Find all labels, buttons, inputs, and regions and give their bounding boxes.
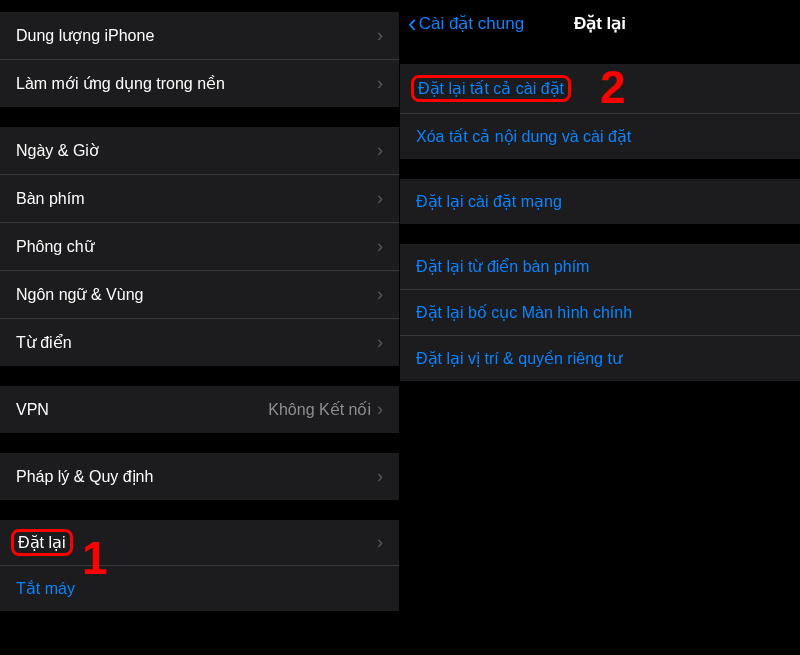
nav-header: ‹ Cài đặt chung Đặt lại (400, 0, 800, 50)
chevron-right-icon: › (377, 399, 383, 420)
row-right: Không Kết nối › (268, 399, 383, 420)
annotation-marker-1: 1 (82, 531, 108, 585)
settings-group-datetime: Ngày & Giờ › Bàn phím › Phông chữ › Ngôn… (0, 127, 399, 366)
row-erase-all-content[interactable]: Xóa tất cả nội dung và cài đặt (400, 114, 800, 159)
settings-group-storage: Dung lượng iPhone › Làm mới ứng dụng tro… (0, 12, 399, 107)
row-vpn[interactable]: VPN Không Kết nối › (0, 386, 399, 433)
row-label: Phông chữ (16, 237, 94, 256)
back-button[interactable]: ‹ Cài đặt chung (408, 10, 524, 36)
chevron-right-icon: › (377, 332, 383, 353)
row-reset-network[interactable]: Đặt lại cài đặt mạng (400, 179, 800, 224)
row-label: Dung lượng iPhone (16, 26, 154, 45)
row-reset-home-screen[interactable]: Đặt lại bố cục Màn hình chính (400, 290, 800, 336)
chevron-right-icon: › (377, 466, 383, 487)
chevron-right-icon: › (377, 236, 383, 257)
row-iphone-storage[interactable]: Dung lượng iPhone › (0, 12, 399, 60)
row-label: Tắt máy (16, 579, 75, 598)
chevron-right-icon: › (377, 532, 383, 553)
row-label: VPN (16, 401, 49, 419)
row-dictionary[interactable]: Từ điển › (0, 319, 399, 366)
row-label: Đặt lại tất cả cài đặt (411, 75, 571, 102)
row-label: Ngày & Giờ (16, 141, 99, 160)
settings-group-reset: Đặt lại › Tắt máy (0, 520, 399, 611)
row-label: Đặt lại vị trí & quyền riêng tư (416, 349, 622, 368)
chevron-right-icon: › (377, 140, 383, 161)
row-label: Pháp lý & Quy định (16, 467, 153, 486)
chevron-right-icon: › (377, 188, 383, 209)
row-label: Ngôn ngữ & Vùng (16, 285, 143, 304)
row-label: Đặt lại bố cục Màn hình chính (416, 303, 632, 322)
row-reset-keyboard-dict[interactable]: Đặt lại từ điển bàn phím (400, 244, 800, 290)
chevron-right-icon: › (377, 25, 383, 46)
page-title: Đặt lại (574, 13, 626, 34)
reset-group-2: Đặt lại cài đặt mạng (400, 179, 800, 224)
row-label: Đặt lại cài đặt mạng (416, 192, 562, 211)
row-shutdown[interactable]: Tắt máy (0, 566, 399, 611)
reset-group-3: Đặt lại từ điển bàn phím Đặt lại bố cục … (400, 244, 800, 381)
chevron-right-icon: › (377, 284, 383, 305)
row-label: Từ điển (16, 333, 72, 352)
settings-general-panel: Dung lượng iPhone › Làm mới ứng dụng tro… (0, 0, 400, 655)
chevron-left-icon: ‹ (408, 10, 417, 36)
row-fonts[interactable]: Phông chữ › (0, 223, 399, 271)
row-background-app-refresh[interactable]: Làm mới ứng dụng trong nền › (0, 60, 399, 107)
annotation-marker-2: 2 (600, 60, 626, 114)
settings-group-vpn: VPN Không Kết nối › (0, 386, 399, 433)
row-reset-location-privacy[interactable]: Đặt lại vị trí & quyền riêng tư (400, 336, 800, 381)
row-value: Không Kết nối (268, 400, 371, 419)
row-label: Làm mới ứng dụng trong nền (16, 74, 225, 93)
row-legal[interactable]: Pháp lý & Quy định › (0, 453, 399, 500)
row-label: Bàn phím (16, 190, 84, 208)
back-label: Cài đặt chung (419, 13, 524, 34)
row-date-time[interactable]: Ngày & Giờ › (0, 127, 399, 175)
row-language-region[interactable]: Ngôn ngữ & Vùng › (0, 271, 399, 319)
row-label: Đặt lại (11, 529, 73, 556)
row-reset[interactable]: Đặt lại › (0, 520, 399, 566)
chevron-right-icon: › (377, 73, 383, 94)
settings-group-legal: Pháp lý & Quy định › (0, 453, 399, 500)
row-label: Đặt lại từ điển bàn phím (416, 257, 589, 276)
row-label: Xóa tất cả nội dung và cài đặt (416, 127, 631, 146)
row-keyboard[interactable]: Bàn phím › (0, 175, 399, 223)
